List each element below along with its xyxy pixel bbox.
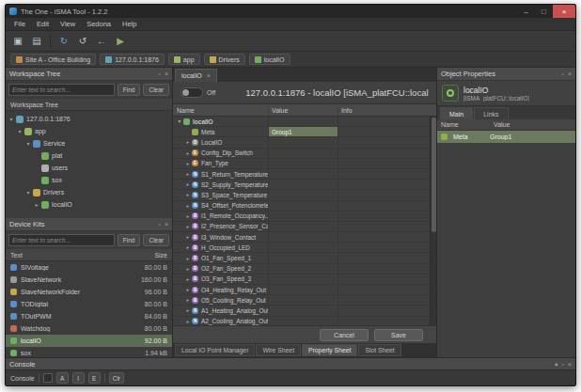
breadcrumb-item-localio[interactable]: localIO bbox=[249, 54, 290, 65]
close-button[interactable]: × bbox=[553, 5, 575, 18]
chevron-right-icon[interactable]: ▸ bbox=[184, 139, 192, 145]
tab-localio[interactable]: localIO × bbox=[175, 69, 217, 82]
column-text[interactable]: Text bbox=[10, 252, 126, 259]
tree-node-users[interactable]: users bbox=[6, 162, 172, 174]
column-value[interactable]: Value bbox=[269, 107, 338, 114]
property-row-s3-space-temperature[interactable]: ▸NS3_Space_Temperature bbox=[173, 190, 430, 200]
property-row-i1-remote-occupancy[interactable]: ▸BI1_Remote_Occupancy... bbox=[173, 212, 430, 222]
column-name[interactable]: Name bbox=[173, 107, 269, 114]
column-info[interactable]: Info bbox=[338, 107, 430, 114]
property-row-i2-presence-sensor-ca[interactable]: ▸BI2_Presence_Sensor_Ca... bbox=[173, 222, 430, 232]
vertical-scrollbar[interactable] bbox=[430, 117, 436, 325]
console-filter-a[interactable]: A bbox=[56, 372, 69, 384]
workspace-clear-button[interactable]: Clear bbox=[143, 84, 169, 96]
property-row-o3-fan-speed-3[interactable]: ▸BO3_Fan_Speed_3 bbox=[173, 274, 430, 285]
tree-node-127-0-0-1-1876[interactable]: ▾127.0.0.1:1876 bbox=[6, 113, 172, 125]
breadcrumb-item-app[interactable]: app bbox=[168, 54, 200, 65]
menu-item-file[interactable]: File bbox=[8, 20, 31, 28]
tree-node-sox[interactable]: sox bbox=[6, 174, 172, 186]
chevron-down-icon[interactable]: ▾ bbox=[24, 189, 32, 196]
off-toggle[interactable] bbox=[181, 87, 203, 98]
menu-item-help[interactable]: Help bbox=[117, 20, 142, 28]
sync-button[interactable]: ↺ bbox=[74, 33, 91, 49]
chevron-right-icon[interactable]: ▸ bbox=[184, 192, 192, 197]
property-row-o1-fan-speed-1[interactable]: ▸BO1_Fan_Speed_1 bbox=[173, 253, 430, 263]
property-row-meta[interactable]: MetaGroup1 bbox=[173, 127, 430, 137]
kit-row-localio[interactable]: localIO92.00 B bbox=[6, 335, 172, 347]
chevron-right-icon[interactable]: ▸ bbox=[33, 201, 40, 208]
kit-row-sivoltage[interactable]: SIVoltage80.00 B bbox=[6, 261, 172, 274]
chevron-right-icon[interactable]: ▸ bbox=[184, 181, 192, 187]
property-value-cell[interactable]: Group1 bbox=[269, 127, 338, 136]
view-tab-local-io-point-manager[interactable]: Local IO Point Manager bbox=[175, 344, 255, 356]
chevron-right-icon[interactable]: ▸ bbox=[184, 150, 192, 156]
pin-icon[interactable]: ▫ bbox=[158, 221, 160, 227]
workspace-find-button[interactable]: Find bbox=[118, 84, 141, 96]
chevron-right-icon[interactable]: ▸ bbox=[184, 256, 192, 261]
view-tab-wire-sheet[interactable]: Wire Sheet bbox=[256, 344, 301, 356]
chevron-right-icon[interactable]: ▸ bbox=[184, 213, 192, 219]
chevron-right-icon[interactable]: ▸ bbox=[184, 319, 192, 324]
chevron-down-icon[interactable]: ▾ bbox=[16, 128, 24, 134]
tree-node-app[interactable]: ▾app bbox=[6, 125, 172, 137]
chevron-right-icon[interactable]: ▸ bbox=[184, 307, 192, 313]
chevron-down-icon[interactable]: ▾ bbox=[8, 116, 15, 122]
property-row-o2-fan-speed-2[interactable]: ▸BO2_Fan_Speed_2 bbox=[173, 264, 430, 274]
view-tab-slot-sheet[interactable]: Slot Sheet bbox=[358, 344, 400, 356]
object-properties-tab-main[interactable]: Main bbox=[440, 107, 473, 119]
column-value[interactable]: Value bbox=[494, 121, 572, 128]
property-row-a1-heating-analog-out[interactable]: ▸NA1_Heating_Analog_Out bbox=[173, 306, 430, 316]
play-button[interactable]: ▶ bbox=[112, 33, 129, 49]
chevron-down-icon[interactable]: ▾ bbox=[24, 140, 32, 147]
chevron-right-icon[interactable]: ▸ bbox=[184, 297, 192, 303]
minimize-button[interactable]: – bbox=[517, 5, 535, 18]
tree-node-service[interactable]: ▾Service bbox=[6, 137, 172, 149]
column-name[interactable]: Name bbox=[441, 121, 494, 128]
close-icon[interactable]: × bbox=[568, 71, 572, 77]
device-kits-find-button[interactable]: Find bbox=[118, 234, 141, 246]
console-filter-e[interactable]: E bbox=[88, 372, 101, 384]
scrollbar-thumb[interactable] bbox=[432, 118, 436, 232]
console-toolbar-label[interactable]: Console bbox=[10, 375, 35, 382]
new-project-button[interactable]: ▣ bbox=[9, 33, 26, 49]
property-row-fan-type[interactable]: ▸EFan_Type bbox=[173, 159, 430, 169]
menu-item-sedona[interactable]: Sedona bbox=[81, 20, 117, 28]
chevron-right-icon[interactable]: ▸ bbox=[184, 266, 192, 272]
property-row-i3-window-contact[interactable]: ▸BI3_Window_Contact bbox=[173, 232, 430, 243]
kit-row-slavenetwork[interactable]: SlaveNetwork160.00 B bbox=[6, 274, 172, 286]
device-kits-search-input[interactable] bbox=[8, 234, 115, 246]
property-row-h-occupied-led[interactable]: ▸BH_Occupied_LED bbox=[173, 243, 430, 253]
cancel-button[interactable]: Cancel bbox=[320, 329, 369, 341]
close-icon[interactable]: × bbox=[165, 221, 168, 227]
console-clear-button[interactable]: Clr bbox=[109, 372, 124, 384]
tree-node-plat[interactable]: plat bbox=[6, 149, 172, 162]
chevron-right-icon[interactable]: ▸ bbox=[184, 161, 192, 166]
breadcrumb-item-drivers[interactable]: Drivers bbox=[204, 54, 245, 65]
object-properties-tab-links[interactable]: Links bbox=[474, 107, 508, 119]
kit-row-toutpwm[interactable]: TOutPWM84.00 B bbox=[6, 310, 172, 322]
kit-row-sox[interactable]: sox1.94 kB bbox=[6, 347, 172, 357]
tab-close-icon[interactable]: × bbox=[207, 72, 211, 79]
property-row-o4-heating-relay-out[interactable]: ▸BO4_Heating_Relay_Out bbox=[173, 285, 430, 295]
titlebar[interactable]: The One - iSMA Tool - 1.2.2 –□× bbox=[6, 5, 575, 18]
property-row-a2-cooling-analog-out[interactable]: ▸NA2_Cooling_Analog_Out bbox=[173, 317, 430, 325]
chevron-right-icon[interactable]: ▸ bbox=[184, 234, 192, 240]
pin-icon[interactable]: ▫ bbox=[561, 361, 563, 368]
chevron-right-icon[interactable]: ▸ bbox=[184, 276, 192, 282]
breadcrumb-item-site-a-office-building[interactable]: Site A - Office Building bbox=[10, 54, 96, 65]
close-icon[interactable]: × bbox=[165, 71, 168, 77]
tree-node-drivers[interactable]: ▾Drivers bbox=[6, 186, 172, 198]
kit-row-slavenetworkfolder[interactable]: SlaveNetworkFolder96.00 B bbox=[6, 286, 172, 298]
menu-item-edit[interactable]: Edit bbox=[31, 20, 55, 28]
console-toggle[interactable] bbox=[43, 373, 53, 383]
property-row-localio[interactable]: ▸OLocalIO bbox=[173, 137, 430, 148]
menu-item-view[interactable]: View bbox=[55, 20, 81, 28]
maximize-button[interactable]: □ bbox=[535, 5, 553, 18]
chevron-down-icon[interactable]: ▾ bbox=[176, 118, 183, 124]
property-row-o5-cooling-relay-out[interactable]: ▸BO5_Cooling_Relay_Out bbox=[173, 295, 430, 306]
device-kits-clear-button[interactable]: Clear bbox=[143, 234, 169, 246]
refresh-button[interactable]: ↻ bbox=[55, 33, 72, 49]
tree-node-localio[interactable]: ▸localIO bbox=[6, 198, 172, 211]
save-button[interactable]: Save bbox=[374, 329, 423, 341]
chevron-right-icon[interactable]: ▸ bbox=[184, 244, 192, 250]
